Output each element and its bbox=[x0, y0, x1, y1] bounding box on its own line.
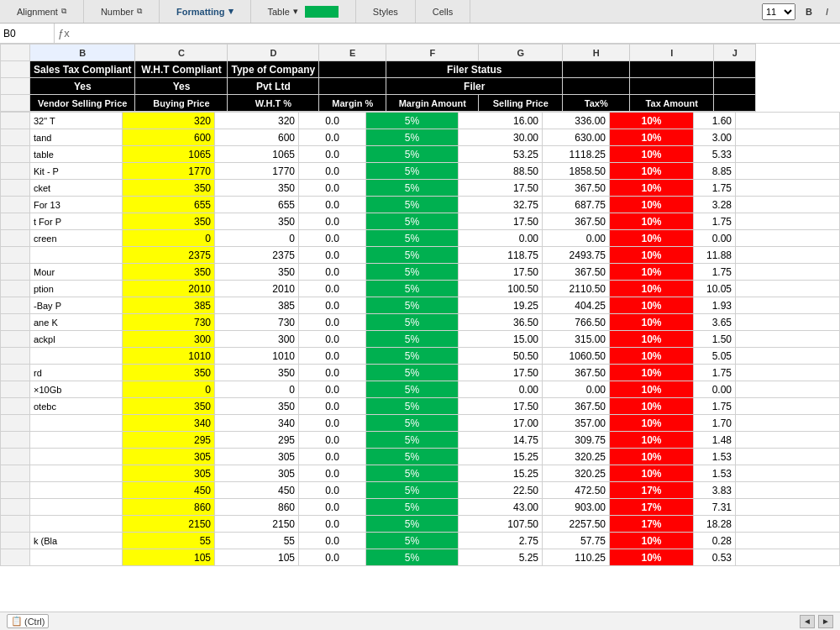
margin-percent[interactable]: 5% bbox=[366, 465, 459, 482]
tax-percent[interactable]: 10% bbox=[610, 348, 694, 365]
vendor-selling-price[interactable]: 105 bbox=[123, 549, 215, 566]
tax-amount[interactable]: 10.05 bbox=[694, 281, 736, 297]
tax-percent[interactable]: 10% bbox=[610, 264, 694, 281]
vendor-selling-price[interactable]: 1010 bbox=[123, 348, 215, 365]
vendor-selling-price[interactable]: 350 bbox=[123, 180, 215, 197]
tax-amount[interactable]: 1.60 bbox=[694, 113, 736, 129]
tax-amount[interactable]: 1.48 bbox=[694, 432, 736, 449]
vendor-selling-price[interactable]: 295 bbox=[123, 432, 215, 449]
tax-amount[interactable]: 5.33 bbox=[694, 146, 736, 163]
selling-price[interactable]: 903.00 bbox=[543, 499, 610, 516]
ribbon-cells[interactable]: Cells bbox=[416, 0, 470, 23]
tax-amount[interactable]: 1.75 bbox=[694, 365, 736, 381]
tax-percent[interactable]: 10% bbox=[610, 465, 694, 482]
tax-percent[interactable]: 10% bbox=[610, 247, 694, 264]
buying-price[interactable]: 105 bbox=[215, 549, 299, 566]
ctrl-badge[interactable]: 📋 (Ctrl) bbox=[7, 614, 49, 623]
selling-price[interactable]: 315.00 bbox=[543, 331, 610, 348]
tax-percent[interactable]: 10% bbox=[610, 381, 694, 398]
tax-percent[interactable]: 17% bbox=[610, 482, 694, 499]
selling-price[interactable]: 472.50 bbox=[543, 482, 610, 499]
margin-amount[interactable]: 5.25 bbox=[459, 549, 543, 566]
tax-percent[interactable]: 10% bbox=[610, 549, 694, 566]
wht-percent[interactable]: 0.0 bbox=[299, 516, 366, 533]
buying-price[interactable]: 305 bbox=[215, 449, 299, 465]
vendor-selling-price[interactable]: 860 bbox=[123, 499, 215, 516]
margin-amount[interactable]: 19.25 bbox=[459, 297, 543, 314]
vendor-selling-price[interactable]: 1065 bbox=[123, 146, 215, 163]
margin-amount[interactable]: 50.50 bbox=[459, 348, 543, 365]
wht-percent[interactable]: 0.0 bbox=[299, 213, 366, 230]
margin-percent[interactable]: 5% bbox=[366, 146, 459, 163]
margin-amount[interactable]: 15.25 bbox=[459, 465, 543, 482]
buying-price[interactable]: 1065 bbox=[215, 146, 299, 163]
buying-price[interactable]: 1010 bbox=[215, 348, 299, 365]
col-header-i[interactable]: I bbox=[630, 45, 714, 61]
name-box[interactable]: B0 bbox=[0, 24, 55, 43]
selling-price[interactable]: 320.25 bbox=[543, 465, 610, 482]
margin-percent[interactable]: 5% bbox=[366, 213, 459, 230]
tax-percent[interactable]: 10% bbox=[610, 365, 694, 381]
wht-percent[interactable]: 0.0 bbox=[299, 264, 366, 281]
margin-amount[interactable]: 17.50 bbox=[459, 398, 543, 415]
selling-price[interactable]: 367.50 bbox=[543, 264, 610, 281]
margin-percent[interactable]: 5% bbox=[366, 297, 459, 314]
buying-price[interactable]: 300 bbox=[215, 331, 299, 348]
selling-price[interactable]: 320.25 bbox=[543, 449, 610, 465]
tax-percent[interactable]: 10% bbox=[610, 281, 694, 297]
margin-amount[interactable]: 0.00 bbox=[459, 230, 543, 247]
tax-amount[interactable]: 1.75 bbox=[694, 264, 736, 281]
wht-percent[interactable]: 0.0 bbox=[299, 247, 366, 264]
tax-amount[interactable]: 18.28 bbox=[694, 516, 736, 533]
margin-amount[interactable]: 30.00 bbox=[459, 129, 543, 146]
buying-price[interactable]: 55 bbox=[215, 533, 299, 549]
scroll-left-btn[interactable]: ◄ bbox=[800, 615, 815, 624]
buying-price[interactable]: 350 bbox=[215, 398, 299, 415]
tax-amount[interactable]: 3.28 bbox=[694, 197, 736, 213]
margin-percent[interactable]: 5% bbox=[366, 348, 459, 365]
wht-percent[interactable]: 0.0 bbox=[299, 331, 366, 348]
vendor-selling-price[interactable]: 350 bbox=[123, 264, 215, 281]
tax-amount[interactable]: 0.00 bbox=[694, 230, 736, 247]
col-header-d[interactable]: D bbox=[228, 45, 319, 61]
tax-percent[interactable]: 10% bbox=[610, 398, 694, 415]
vendor-selling-price[interactable]: 340 bbox=[123, 415, 215, 432]
wht-percent[interactable]: 0.0 bbox=[299, 533, 366, 549]
vendor-selling-price[interactable]: 350 bbox=[123, 365, 215, 381]
tax-percent[interactable]: 10% bbox=[610, 415, 694, 432]
selling-price[interactable]: 309.75 bbox=[543, 432, 610, 449]
tax-percent[interactable]: 17% bbox=[610, 516, 694, 533]
margin-percent[interactable]: 5% bbox=[366, 365, 459, 381]
wht-percent[interactable]: 0.0 bbox=[299, 113, 366, 129]
tax-percent[interactable]: 10% bbox=[610, 297, 694, 314]
buying-price[interactable]: 350 bbox=[215, 365, 299, 381]
tax-percent[interactable]: 10% bbox=[610, 533, 694, 549]
selling-price[interactable]: 110.25 bbox=[543, 549, 610, 566]
buying-price[interactable]: 600 bbox=[215, 129, 299, 146]
col-header-j[interactable]: J bbox=[714, 45, 756, 61]
tax-amount[interactable]: 5.05 bbox=[694, 348, 736, 365]
tax-percent[interactable]: 10% bbox=[610, 113, 694, 129]
vendor-selling-price[interactable]: 300 bbox=[123, 331, 215, 348]
wht-percent[interactable]: 0.0 bbox=[299, 197, 366, 213]
wht-percent[interactable]: 0.0 bbox=[299, 163, 366, 180]
margin-amount[interactable]: 36.50 bbox=[459, 314, 543, 331]
margin-percent[interactable]: 5% bbox=[366, 197, 459, 213]
margin-amount[interactable]: 2.75 bbox=[459, 533, 543, 549]
margin-percent[interactable]: 5% bbox=[366, 264, 459, 281]
margin-percent[interactable]: 5% bbox=[366, 331, 459, 348]
tax-amount[interactable]: 3.65 bbox=[694, 314, 736, 331]
wht-percent[interactable]: 0.0 bbox=[299, 432, 366, 449]
tax-amount[interactable]: 3.83 bbox=[694, 482, 736, 499]
formatting-dropdown-icon[interactable]: ▾ bbox=[228, 6, 234, 17]
tax-amount[interactable]: 7.31 bbox=[694, 499, 736, 516]
margin-amount[interactable]: 15.00 bbox=[459, 331, 543, 348]
buying-price[interactable]: 295 bbox=[215, 432, 299, 449]
margin-percent[interactable]: 5% bbox=[366, 381, 459, 398]
selling-price[interactable]: 357.00 bbox=[543, 415, 610, 432]
margin-percent[interactable]: 5% bbox=[366, 113, 459, 129]
ribbon-number[interactable]: Number ⧉ bbox=[84, 0, 160, 23]
wht-percent[interactable]: 0.0 bbox=[299, 398, 366, 415]
margin-percent[interactable]: 5% bbox=[366, 549, 459, 566]
vendor-selling-price[interactable]: 450 bbox=[123, 482, 215, 499]
